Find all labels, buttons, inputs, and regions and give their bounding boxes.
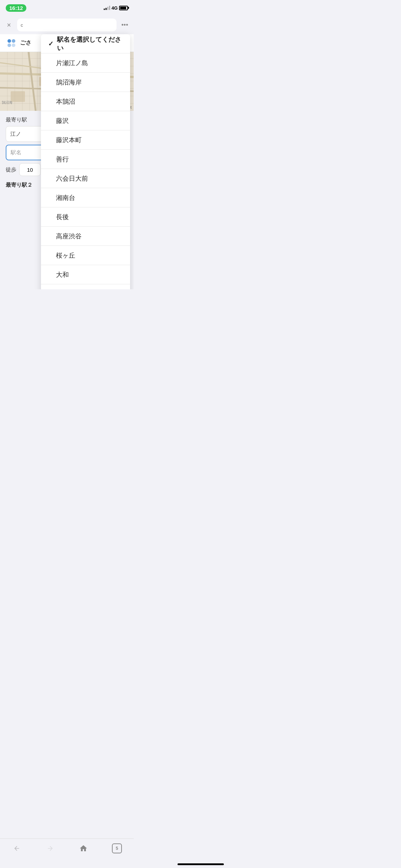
- dropdown-item-9[interactable]: 長後: [41, 207, 130, 227]
- dropdown-item-8[interactable]: 湘南台: [41, 188, 130, 207]
- dropdown-item-1[interactable]: 片瀬江ノ島: [41, 53, 130, 73]
- browser-more-button[interactable]: •••: [119, 20, 130, 30]
- logo-text: ごさ: [20, 39, 31, 47]
- browser-bar: × c •••: [0, 16, 134, 34]
- logo-icon: [6, 37, 17, 49]
- dropdown-item-6[interactable]: 善行: [41, 150, 130, 169]
- walk-input[interactable]: [19, 163, 41, 176]
- dropdown-item-0[interactable]: 駅名を選択してください: [41, 34, 130, 53]
- dropdown-item-4[interactable]: 藤沢: [41, 111, 130, 130]
- svg-line-6: [29, 52, 36, 111]
- dropdown-item-13[interactable]: 鶴間: [41, 284, 130, 289]
- url-bar[interactable]: c: [17, 19, 117, 31]
- svg-point-1: [12, 39, 15, 43]
- svg-point-0: [7, 39, 11, 43]
- dropdown-item-11[interactable]: 桜ヶ丘: [41, 246, 130, 265]
- svg-point-3: [12, 43, 15, 47]
- browser-close-button[interactable]: ×: [4, 20, 14, 30]
- battery-icon: [119, 6, 128, 10]
- walk-label: 徒歩: [6, 166, 16, 173]
- svg-text:鵠沼海: 鵠沼海: [2, 100, 12, 104]
- dropdown-item-3[interactable]: 本鵠沼: [41, 92, 130, 111]
- signal-bars-icon: [104, 6, 110, 10]
- station-dropdown[interactable]: 駅名を選択してください片瀬江ノ島鵠沼海岸本鵠沼藤沢藤沢本町善行六会日大前湘南台長…: [41, 34, 130, 289]
- dropdown-item-7[interactable]: 六会日大前: [41, 169, 130, 188]
- dropdown-item-5[interactable]: 藤沢本町: [41, 130, 130, 150]
- svg-rect-13: [11, 91, 25, 102]
- network-label: 4G: [112, 5, 118, 11]
- status-bar: 16:12 4G: [0, 0, 134, 16]
- dropdown-item-10[interactable]: 高座渋谷: [41, 227, 130, 246]
- dropdown-item-12[interactable]: 大和: [41, 265, 130, 284]
- status-icons: 4G: [104, 5, 128, 11]
- svg-point-2: [7, 43, 11, 47]
- status-time: 16:12: [6, 4, 26, 12]
- dropdown-item-2[interactable]: 鵠沼海岸: [41, 73, 130, 92]
